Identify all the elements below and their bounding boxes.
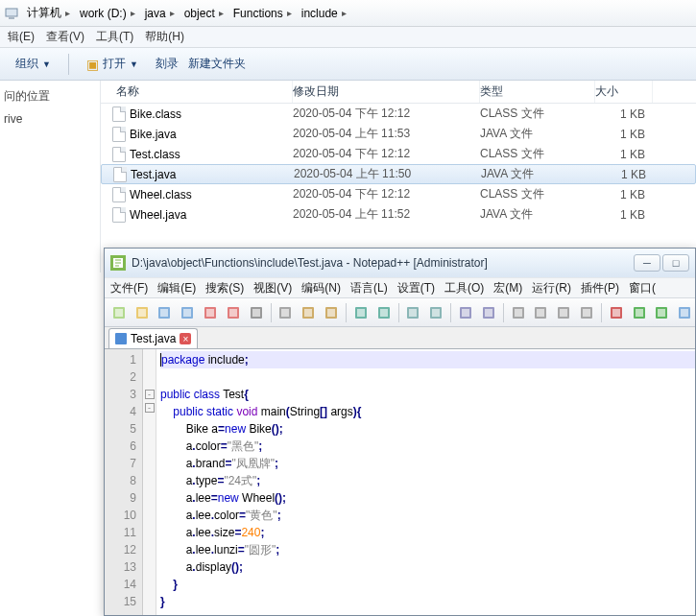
close-icon[interactable] (200, 302, 221, 323)
col-size[interactable]: 大小 (595, 81, 653, 103)
breadcrumb-label: 计算机 (27, 5, 61, 21)
fold-icon[interactable] (576, 302, 597, 323)
fold-toggle[interactable]: - (145, 390, 155, 399)
cut-icon[interactable] (276, 302, 297, 323)
nav-pane[interactable]: 问的位置 rive (0, 81, 101, 272)
replace-icon[interactable] (425, 302, 446, 323)
menu-item[interactable]: 视图(V) (253, 280, 292, 296)
file-type: JAVA 文件 (480, 126, 595, 142)
zoomout-icon[interactable] (478, 302, 499, 323)
new-folder-button[interactable]: 新建文件夹 (188, 56, 246, 72)
svg-rect-10 (183, 309, 191, 317)
code-editor[interactable]: 123456789101112131415 -- package include… (105, 349, 695, 615)
file-size: 1 KB (595, 148, 653, 161)
playm-icon[interactable] (651, 302, 672, 323)
column-headers[interactable]: 名称 修改日期 类型 大小 (101, 81, 696, 104)
new-icon[interactable] (108, 302, 130, 323)
file-size: 1 KB (595, 107, 653, 121)
file-name: Bike.java (130, 128, 177, 141)
col-type[interactable]: 类型 (480, 81, 595, 103)
breadcrumb-segment[interactable]: include▸ (296, 3, 350, 24)
svg-rect-38 (537, 309, 544, 317)
svg-rect-36 (515, 309, 522, 317)
titlebar[interactable]: D:\java\object\Functions\include\Test.ja… (105, 249, 695, 277)
menu-item[interactable]: 帮助(H) (145, 29, 184, 45)
chevron-down-icon: ▼ (42, 59, 51, 69)
menu-item[interactable]: 查看(V) (46, 29, 84, 45)
menu-item[interactable]: 工具(T) (96, 29, 133, 45)
menu-item[interactable]: 宏(M) (493, 280, 522, 296)
breadcrumb-segment[interactable]: work (D:)▸ (74, 3, 139, 24)
file-icon (112, 187, 126, 202)
wrap-icon[interactable] (508, 302, 529, 323)
breadcrumb-segment[interactable]: java▸ (139, 3, 179, 24)
find-icon[interactable] (403, 302, 424, 323)
copy-icon[interactable] (298, 302, 319, 323)
open-icon[interactable] (132, 302, 153, 323)
open-button[interactable]: ▣打开▼ (79, 54, 146, 74)
allchars-icon[interactable] (530, 302, 551, 323)
svg-rect-46 (636, 309, 643, 317)
minimize-button[interactable]: ─ (634, 254, 660, 272)
nav-recent[interactable]: 问的位置 (0, 88, 100, 105)
menu-item[interactable]: 搜索(S) (205, 280, 244, 296)
svg-rect-1 (9, 17, 14, 19)
nav-drive[interactable]: rive (0, 112, 100, 126)
npp-menubar[interactable]: 文件(F)编辑(E)搜索(S)视图(V)编码(N)语言(L)设置(T)工具(O)… (105, 277, 695, 298)
breadcrumb-label: work (D:) (80, 7, 127, 20)
col-date[interactable]: 修改日期 (293, 81, 480, 103)
file-row[interactable]: Test.java2020-05-04 上午 11:50JAVA 文件1 KB (101, 164, 696, 184)
burn-button[interactable]: 刻录 (156, 56, 179, 72)
menu-item[interactable]: 运行(R) (532, 280, 571, 296)
menu-item[interactable]: 工具(O) (444, 280, 484, 296)
menu-item[interactable]: 辑(E) (8, 29, 35, 45)
menu-item[interactable]: 语言(L) (350, 280, 388, 296)
col-name[interactable]: 名称 (101, 81, 293, 103)
address-bar[interactable]: 计算机▸work (D:)▸java▸object▸Functions▸incl… (0, 0, 696, 27)
tab-test-java[interactable]: Test.java × (108, 328, 198, 348)
menu-item[interactable]: 文件(F) (110, 280, 148, 296)
npp-toolbar[interactable] (105, 298, 695, 327)
organize-button[interactable]: 组织▼ (8, 54, 59, 74)
tab-bar[interactable]: Test.java × (105, 327, 695, 349)
menu-item[interactable]: 设置(T) (397, 280, 435, 296)
menu-item[interactable]: 窗口( (629, 280, 656, 296)
separator (450, 303, 451, 322)
print-icon[interactable] (246, 302, 267, 323)
file-icon (112, 207, 126, 223)
redo-icon[interactable] (373, 302, 395, 323)
undo-icon[interactable] (350, 302, 372, 323)
file-name: Test.class (130, 148, 180, 161)
saveall-icon[interactable] (177, 302, 198, 323)
menu-item[interactable]: 编码(N) (301, 280, 341, 296)
zoomin-icon[interactable] (455, 302, 476, 323)
file-row[interactable]: Wheel.class2020-05-04 下午 12:12CLASS 文件1 … (101, 184, 696, 204)
file-row[interactable]: Test.class2020-05-04 下午 12:12CLASS 文件1 K… (101, 144, 696, 164)
menu-item[interactable]: 插件(P) (581, 280, 619, 296)
fold-toggle[interactable]: - (145, 403, 155, 413)
close-tab-icon[interactable]: × (180, 333, 191, 344)
code-area[interactable]: package include; public class Test{ publ… (156, 349, 695, 615)
fold-margin[interactable]: -- (143, 349, 156, 615)
play-icon[interactable] (629, 302, 650, 323)
rec-icon[interactable] (606, 302, 627, 323)
file-row[interactable]: Bike.java2020-05-04 上午 11:53JAVA 文件1 KB (101, 124, 696, 144)
explorer-menubar[interactable]: 辑(E)查看(V)工具(T)帮助(H) (0, 27, 696, 48)
breadcrumb-segment[interactable]: Functions▸ (228, 3, 296, 24)
window-title: D:\java\object\Functions\include\Test.ja… (132, 256, 488, 270)
chevron-right-icon: ▸ (219, 8, 224, 18)
indent-icon[interactable] (553, 302, 574, 323)
save-icon[interactable] (155, 302, 176, 323)
maximize-button[interactable]: □ (662, 254, 689, 272)
svg-rect-42 (583, 309, 590, 317)
file-row[interactable]: Wheel.java2020-05-04 上午 11:52JAVA 文件1 KB (101, 204, 696, 225)
menu-item[interactable]: 编辑(E) (157, 280, 196, 296)
paste-icon[interactable] (321, 302, 342, 323)
breadcrumb-segment[interactable]: object▸ (179, 3, 228, 24)
file-row[interactable]: Bike.class2020-05-04 下午 12:12CLASS 文件1 K… (101, 104, 696, 124)
file-type: CLASS 文件 (480, 106, 595, 122)
file-list[interactable]: 名称 修改日期 类型 大小 Bike.class2020-05-04 下午 12… (101, 81, 696, 272)
closeall-icon[interactable] (223, 302, 244, 323)
breadcrumb-segment[interactable]: 计算机▸ (21, 3, 74, 24)
saverec-icon[interactable] (674, 302, 695, 323)
